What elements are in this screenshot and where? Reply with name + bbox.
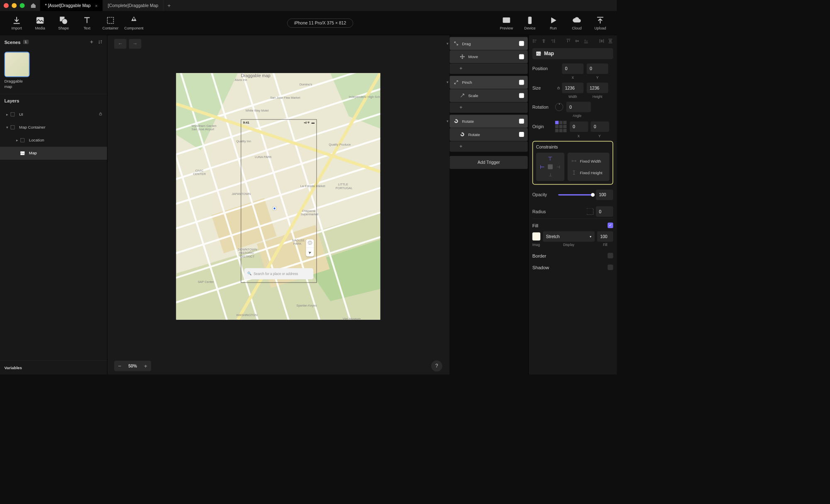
home-icon[interactable] [30, 2, 37, 9]
action-color-swatch[interactable] [519, 54, 524, 59]
action-color-swatch[interactable] [519, 132, 524, 137]
svg-text:San Jose Flea Market: San Jose Flea Market [270, 95, 300, 99]
width-input[interactable]: 1236 [562, 83, 583, 93]
canvas-back-button[interactable]: ← [114, 39, 127, 49]
trigger-drag[interactable]: ▾Drag [450, 37, 528, 50]
svg-rect-6 [11, 112, 15, 116]
preview-button[interactable]: Preview [495, 16, 518, 31]
action-rotate[interactable]: Rotate [450, 128, 528, 141]
zoom-in-button[interactable]: + [140, 361, 151, 371]
fill-enabled-checkbox[interactable]: ✓ [608, 223, 613, 228]
add-trigger-button[interactable]: Add Trigger [450, 156, 528, 169]
canvas-forward-button[interactable]: → [129, 39, 142, 49]
upload-button[interactable]: Upload [588, 16, 612, 31]
constraints-pin-grid[interactable]: ⊤⊢⊣⊥ [536, 153, 564, 181]
canvas-stage[interactable]: Alura InnDomino'sIndependenc High SchlSa… [107, 35, 449, 358]
shadow-enabled-checkbox[interactable] [608, 265, 613, 270]
action-color-swatch[interactable] [519, 93, 524, 98]
close-window-icon[interactable] [4, 3, 9, 8]
fixed-width-toggle[interactable]: Fixed Width [571, 158, 605, 163]
layer-map-container[interactable]: ▾Map Container [0, 121, 107, 134]
component-button[interactable]: Component [122, 16, 145, 31]
import-button[interactable]: Import [5, 16, 28, 31]
border-enabled-checkbox[interactable] [608, 253, 613, 258]
compass-button[interactable]: ➤ [305, 246, 315, 257]
svg-text:Viet Museum: Viet Museum [343, 317, 361, 319]
height-input[interactable]: 1236 [587, 83, 608, 93]
distribute-h-icon[interactable] [599, 38, 604, 44]
map-search-input[interactable]: 🔍 Search for a place or address [244, 268, 313, 279]
add-action-button[interactable]: + [450, 63, 528, 74]
fixed-height-toggle[interactable]: Fixed Height [571, 170, 605, 175]
align-left-icon[interactable] [532, 38, 538, 44]
device-button[interactable]: Device [518, 16, 542, 31]
align-center-v-icon[interactable] [574, 38, 580, 44]
origin-picker[interactable] [555, 121, 566, 132]
tab-complete-draggable-map[interactable]: [Complete]Draggable Map [103, 0, 164, 11]
info-button[interactable]: ⓘ [306, 239, 314, 248]
text-button[interactable]: Text [75, 16, 98, 31]
fill-value-input[interactable]: 100 [597, 231, 613, 241]
radius-input[interactable]: 0 [596, 206, 613, 217]
device-selector[interactable]: iPhone 11 Pro/X 375 × 812 [287, 18, 353, 27]
trigger-color-swatch[interactable] [519, 80, 524, 85]
position-x-input[interactable]: 0 [562, 63, 583, 74]
scenes-title: Scenes [4, 39, 20, 45]
layer-map[interactable]: Map [0, 147, 107, 160]
shape-button[interactable]: Shape [52, 16, 75, 31]
traffic-lights [4, 3, 25, 8]
canvas-area: ← → Alura [107, 35, 449, 375]
add-action-button[interactable]: + [450, 102, 528, 113]
trigger-color-swatch[interactable] [519, 119, 524, 124]
tab-asset-draggable-map[interactable]: * [Asset]Draggable Map × [40, 0, 103, 11]
add-action-button[interactable]: + [450, 141, 528, 151]
svg-point-2 [62, 19, 67, 24]
action-scale[interactable]: Scale [450, 89, 528, 102]
svg-text:WASHINGTON: WASHINGTON [236, 313, 257, 317]
cloud-button[interactable]: Cloud [565, 16, 588, 31]
trigger-pinch[interactable]: ▾Pinch [450, 76, 528, 89]
scenes-count: 1 [23, 40, 28, 44]
radius-corners-icon[interactable] [587, 208, 593, 215]
position-y-input[interactable]: 0 [587, 63, 608, 74]
rotation-input[interactable]: 0 [566, 102, 591, 112]
size-lock-icon[interactable] [555, 86, 562, 90]
zoom-out-button[interactable]: − [114, 361, 125, 371]
align-center-h-icon[interactable] [541, 38, 547, 44]
layer-location[interactable]: ▸Location [0, 134, 107, 146]
align-top-icon[interactable] [566, 38, 571, 44]
minimize-window-icon[interactable] [12, 3, 17, 8]
align-right-icon[interactable] [550, 38, 555, 44]
help-button[interactable]: ? [431, 360, 442, 372]
distribute-v-icon[interactable] [608, 38, 613, 44]
trigger-color-swatch[interactable] [519, 41, 524, 46]
origin-x-input[interactable]: 0 [570, 121, 588, 131]
map-layer[interactable]: Alura InnDomino'sIndependenc High SchlSa… [176, 73, 380, 320]
sort-scenes-icon[interactable] [98, 39, 103, 44]
fill-display-select[interactable]: Stretch▾ [543, 231, 595, 241]
run-button[interactable]: Run [542, 16, 565, 31]
add-tab-button[interactable]: + [164, 0, 175, 11]
svg-text:Domino's: Domino's [300, 82, 312, 86]
action-move[interactable]: Move [450, 50, 528, 63]
fill-color-swatch[interactable] [532, 232, 540, 240]
scene-thumbnail[interactable]: Draggable map [4, 52, 29, 90]
media-button[interactable]: Media [28, 16, 51, 31]
close-icon[interactable]: × [95, 3, 98, 8]
container-button[interactable]: Container [99, 16, 122, 31]
canvas-layer-label: Draggable map [241, 73, 270, 78]
fullscreen-window-icon[interactable] [20, 3, 25, 8]
rotation-dial[interactable] [555, 103, 563, 111]
origin-y-input[interactable]: 0 [591, 121, 609, 131]
zoom-level[interactable]: 50% [125, 363, 140, 368]
add-scene-icon[interactable] [89, 39, 94, 44]
align-bottom-icon[interactable] [583, 38, 588, 44]
tab-label: * [Asset]Draggable Map [45, 3, 91, 8]
opacity-input[interactable]: 100 [596, 190, 613, 200]
trigger-rotate[interactable]: ▾Rotate [450, 114, 528, 127]
variables-section[interactable]: Variables [0, 360, 107, 375]
layer-ui[interactable]: ▸UI [0, 108, 107, 121]
search-placeholder: Search for a place or address [254, 272, 298, 275]
lock-icon[interactable] [98, 112, 103, 117]
opacity-slider[interactable] [558, 194, 593, 195]
